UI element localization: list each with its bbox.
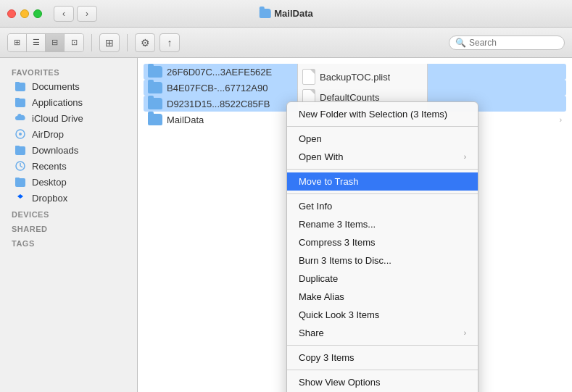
sidebar-item-icloud-label: iCloud Drive xyxy=(32,113,83,124)
search-icon: 🔍 xyxy=(455,38,466,48)
ctx-separator-sep2 xyxy=(287,169,478,170)
file-icon-0 xyxy=(302,69,315,85)
folder-icon-3 xyxy=(148,114,162,125)
search-box[interactable]: 🔍 xyxy=(449,36,565,50)
traffic-lights xyxy=(7,9,42,18)
close-button[interactable] xyxy=(7,9,16,18)
ctx-label-view-options: Show View Options xyxy=(299,377,466,388)
sidebar-item-documents-label: Documents xyxy=(32,81,80,92)
sidebar-item-dropbox[interactable]: Dropbox xyxy=(3,190,134,206)
action-button[interactable]: ⚙ xyxy=(135,33,155,52)
window-title: MailData xyxy=(259,8,312,19)
ctx-label-move-trash: Move to Trash xyxy=(299,176,466,187)
title-text: MailData xyxy=(274,8,312,19)
folder-icon-1 xyxy=(148,82,162,93)
maximize-button[interactable] xyxy=(33,9,42,18)
back-button[interactable]: ‹ xyxy=(54,6,74,22)
ctx-label-compress: Compress 3 Items xyxy=(299,237,466,248)
favorites-label: Favorites xyxy=(0,64,137,78)
ctx-item-alias[interactable]: Make Alias xyxy=(287,288,478,306)
forward-button[interactable]: › xyxy=(77,6,97,22)
ctx-item-new-folder[interactable]: New Folder with Selection (3 Items) xyxy=(287,105,478,123)
tags-label: Tags xyxy=(0,235,137,249)
sidebar-item-downloads[interactable]: Downloads xyxy=(3,142,134,158)
dropbox-icon xyxy=(14,192,26,204)
svg-point-5 xyxy=(19,133,22,135)
desktop-icon xyxy=(14,176,26,188)
sidebar-item-icloud[interactable]: iCloud Drive xyxy=(3,110,134,126)
ctx-item-rename[interactable]: Rename 3 Items... xyxy=(287,215,478,233)
ctx-label-rename: Rename 3 Items... xyxy=(299,219,466,230)
svg-rect-12 xyxy=(15,178,20,180)
view-button-group: ⊞ ☰ ⊟ ⊡ xyxy=(7,33,84,52)
sidebar-item-recents[interactable]: Recents xyxy=(3,158,134,174)
share-button[interactable]: ↑ xyxy=(159,33,180,52)
ctx-item-open[interactable]: Open xyxy=(287,130,478,148)
downloads-icon xyxy=(14,144,26,156)
arrange-button[interactable]: ⊞ xyxy=(99,33,120,52)
nav-buttons: ‹ › xyxy=(54,6,97,22)
ctx-separator-sep1 xyxy=(287,126,478,127)
ctx-label-alias: Make Alias xyxy=(299,291,466,302)
ctx-arrow-open-with: › xyxy=(464,153,466,161)
file-name-3: MailData xyxy=(167,114,204,125)
sidebar: Favorites Documents Applications iCloud … xyxy=(0,58,138,392)
titlebar: ‹ › MailData xyxy=(0,0,572,28)
icon-view-button[interactable]: ⊞ xyxy=(8,34,27,51)
svg-rect-7 xyxy=(15,146,20,148)
folder-icon-0 xyxy=(148,66,162,78)
ctx-item-compress[interactable]: Compress 3 Items xyxy=(287,233,478,251)
sidebar-item-desktop[interactable]: Desktop xyxy=(3,174,134,190)
airdrop-icon xyxy=(14,128,26,140)
toolbar-separator-1 xyxy=(91,34,92,51)
ctx-item-duplicate[interactable]: Duplicate xyxy=(287,270,478,288)
ctx-item-burn[interactable]: Burn 3 Items to Disc... xyxy=(287,251,478,270)
minimize-button[interactable] xyxy=(20,9,29,18)
folder-icon-2 xyxy=(148,98,162,109)
ctx-separator-sep3 xyxy=(287,193,478,194)
main-content: Favorites Documents Applications iCloud … xyxy=(0,58,572,392)
ctx-label-open-with: Open With xyxy=(299,151,464,162)
sidebar-item-airdrop[interactable]: AirDrop xyxy=(3,126,134,142)
svg-rect-1 xyxy=(15,82,20,84)
search-input[interactable] xyxy=(469,38,558,48)
sidebar-item-airdrop-label: AirDrop xyxy=(32,129,64,140)
sidebar-item-applications-label: Applications xyxy=(32,97,83,108)
ctx-item-view-options[interactable]: Show View Options xyxy=(287,373,478,391)
preview-file-name-0: BackupTOC.plist xyxy=(320,72,390,83)
sidebar-item-dropbox-label: Dropbox xyxy=(32,193,67,204)
file-name-1: B4E07FCB-...67712A90 xyxy=(167,83,268,93)
ctx-separator-sep5 xyxy=(287,370,478,370)
toolbar: ⊞ ☰ ⊟ ⊡ ⊞ ⚙ ↑ 🔍 xyxy=(0,28,572,58)
ctx-label-get-info: Get Info xyxy=(299,201,466,212)
ctx-item-open-with[interactable]: Open With› xyxy=(287,148,478,166)
ctx-item-copy[interactable]: Copy 3 Items xyxy=(287,349,478,367)
sidebar-item-desktop-label: Desktop xyxy=(32,177,67,188)
ctx-label-copy: Copy 3 Items xyxy=(299,352,466,363)
column-view-button[interactable]: ⊟ xyxy=(46,34,65,51)
svg-rect-3 xyxy=(15,98,20,100)
ctx-item-get-info[interactable]: Get Info xyxy=(287,197,478,215)
ctx-separator-sep4 xyxy=(287,345,478,346)
folder-arrow-3: › xyxy=(560,116,562,124)
ctx-label-duplicate: Duplicate xyxy=(299,273,466,284)
documents-icon xyxy=(14,80,26,92)
ctx-label-open: Open xyxy=(299,133,466,144)
file-name-2: D9231D15...8522C85FB xyxy=(167,99,270,109)
sidebar-item-downloads-label: Downloads xyxy=(32,145,78,156)
gallery-view-button[interactable]: ⊡ xyxy=(65,34,83,51)
preview-file-0[interactable]: BackupTOC.plist xyxy=(298,67,427,87)
list-view-button[interactable]: ☰ xyxy=(27,34,46,51)
sidebar-item-applications[interactable]: Applications xyxy=(3,94,134,110)
ctx-item-move-trash[interactable]: Move to Trash xyxy=(287,172,478,191)
context-menu: New Folder with Selection (3 Items)OpenO… xyxy=(286,101,478,392)
ctx-item-share[interactable]: Share› xyxy=(287,324,478,342)
ctx-item-quicklook[interactable]: Quick Look 3 Items xyxy=(287,306,478,324)
recents-icon xyxy=(14,160,26,172)
sidebar-item-documents[interactable]: Documents xyxy=(3,78,134,94)
ctx-label-new-folder: New Folder with Selection (3 Items) xyxy=(299,109,466,120)
ctx-arrow-share: › xyxy=(464,329,466,337)
file-name-0: 26F6D07C...3AEFE562E xyxy=(167,67,272,78)
ctx-label-burn: Burn 3 Items to Disc... xyxy=(299,255,466,266)
svg-line-10 xyxy=(20,166,22,167)
